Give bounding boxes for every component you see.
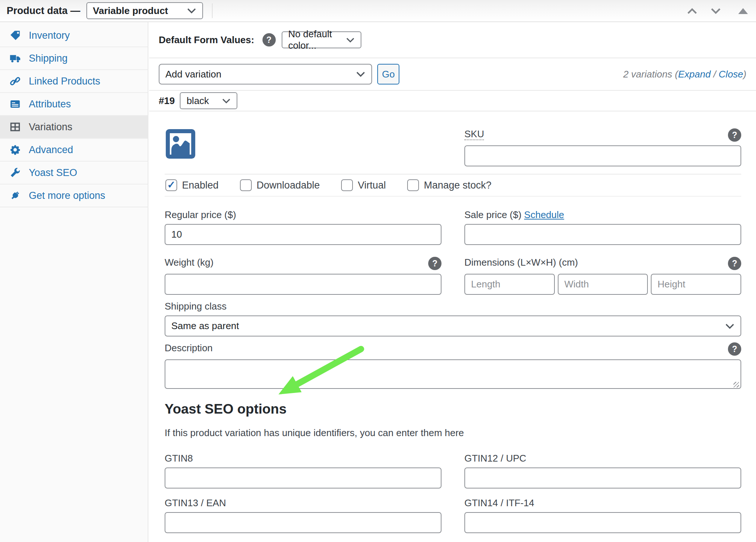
gtin8-input[interactable] [165,467,441,489]
plug-icon [9,189,21,202]
gtin12-upc-input[interactable] [464,467,741,489]
help-icon[interactable]: ? [728,128,741,142]
gtin13-ean-label: GTIN13 / EAN [165,497,226,508]
tab-variations[interactable]: Variations [0,116,148,139]
sku-field: SKU ? [464,128,741,166]
tab-inventory[interactable]: Inventory [0,24,148,47]
close-link[interactable]: Close [719,69,743,80]
tab-attributes[interactable]: Attributes [0,93,148,116]
gtin8-label: GTIN8 [165,453,193,464]
length-input[interactable] [464,274,555,295]
yoast-seo-options-heading: Yoast SEO options [165,401,741,417]
weight-field: Weight (kg) ? [165,257,441,295]
gtin12-upc-label: GTIN12 / UPC [464,453,526,464]
checkbox-label: Virtual [358,180,386,191]
variation-action-select[interactable]: Add variation [159,64,372,84]
chevron-up-icon [687,8,698,14]
product-data-metabox: Product data — Variable product Inventor… [0,0,756,542]
expand-link[interactable]: Expand [678,69,711,80]
go-button[interactable]: Go [377,64,399,84]
sale-price-field: Sale price ($) Schedule [464,209,741,245]
variations-toolbar: Add variation Go 2 variations (Expand / … [149,58,756,91]
description-textarea[interactable] [165,359,741,389]
weight-input[interactable] [165,274,441,295]
shipping-class-select[interactable]: Same as parent [165,315,741,336]
tab-label: Advanced [29,144,73,156]
checkbox-checked-icon: ✓ [165,179,177,191]
default-form-values-row: Default Form Values: ? No default color.… [149,22,756,58]
weight-label: Weight (kg) [165,257,213,268]
shipping-class-value: Same as parent [171,320,239,332]
gtin14-itf14-input[interactable] [464,512,741,533]
checkbox-icon [407,179,419,191]
help-icon[interactable]: ? [728,342,741,356]
image-placeholder-icon[interactable] [165,128,196,159]
enabled-checkbox[interactable]: ✓ Enabled [165,179,219,191]
help-icon[interactable]: ? [728,257,741,270]
metabox-title: Product data — [7,5,80,17]
checkbox-icon [240,179,252,191]
resize-grip[interactable] [733,382,739,387]
product-type-select[interactable]: Variable product [86,2,203,19]
tab-label: Variations [29,121,72,133]
sale-price-input[interactable] [464,224,741,245]
checkbox-label: Downloadable [257,180,320,191]
gtin14-itf14-label: GTIN14 / ITF-14 [464,497,534,508]
tab-get-more-options[interactable]: Get more options [0,184,148,207]
variation-attribute-value: black [186,95,209,107]
tab-label: Attributes [29,99,71,110]
wrench-icon [9,166,21,179]
gtin8-field: GTIN8 [165,453,441,489]
downloadable-checkbox[interactable]: Downloadable [240,179,320,191]
move-up-button[interactable] [685,6,699,16]
checkbox-label: Enabled [182,180,219,191]
chevron-down-icon [346,37,355,43]
manage-stock-checkbox[interactable]: Manage stock? [407,179,491,191]
virtual-checkbox[interactable]: Virtual [341,179,386,191]
variation-body: SKU ? ✓ Enabled Downloadable [149,111,756,542]
chevron-down-icon [356,71,365,77]
chevron-down-icon [710,8,721,14]
schedule-link[interactable]: Schedule [524,209,564,220]
grid-icon [9,121,21,133]
summary-text: 2 variations ( [623,69,678,80]
help-icon[interactable]: ? [428,257,441,270]
link-icon [9,75,21,87]
regular-price-label: Regular price ($) [165,209,236,220]
gtin14-itf14-field: GTIN14 / ITF-14 [464,497,741,533]
shipping-class-field: Shipping class Same as parent [165,301,741,336]
tab-shipping[interactable]: Shipping [0,47,148,70]
variation-flags-row: ✓ Enabled Downloadable Virtual Manage st… [165,175,741,197]
tab-advanced[interactable]: Advanced [0,139,148,162]
tag-icon [9,29,21,42]
tab-label: Shipping [29,53,68,64]
chevron-down-icon [222,98,231,104]
checkbox-label: Manage stock? [424,180,491,191]
variation-attribute-select[interactable]: black [180,92,237,109]
shipping-class-label: Shipping class [165,301,227,312]
variation-number: #19 [159,95,175,107]
metabox-header: Product data — Variable product [0,0,756,22]
product-type-value: Variable product [93,5,168,17]
tab-yoast-seo[interactable]: Yoast SEO [0,162,148,184]
sku-input[interactable] [464,145,741,166]
default-color-select[interactable]: No default color... [282,31,361,48]
variations-summary: 2 variations (Expand / Close) [623,69,746,80]
dimensions-field: Dimensions (L×W×H) (cm) ? [464,257,741,295]
gtin13-ean-input[interactable] [165,512,441,533]
tab-linked-products[interactable]: Linked Products [0,70,148,93]
help-icon[interactable]: ? [262,33,276,46]
summary-text: ) [743,69,746,80]
width-input[interactable] [558,274,648,295]
regular-price-input[interactable] [165,224,441,245]
dimensions-label: Dimensions (L×W×H) (cm) [464,257,578,268]
variations-panel: Default Form Values: ? No default color.… [149,22,756,542]
height-input[interactable] [651,274,741,295]
metabox-controls [685,0,748,22]
header-divider [212,3,213,18]
product-data-tabs: Inventory Shipping Linked Products Attri… [0,22,148,542]
checkbox-icon [341,179,353,191]
collapse-toggle-icon[interactable] [738,8,748,14]
gear-icon [9,144,21,156]
move-down-button[interactable] [709,6,723,16]
